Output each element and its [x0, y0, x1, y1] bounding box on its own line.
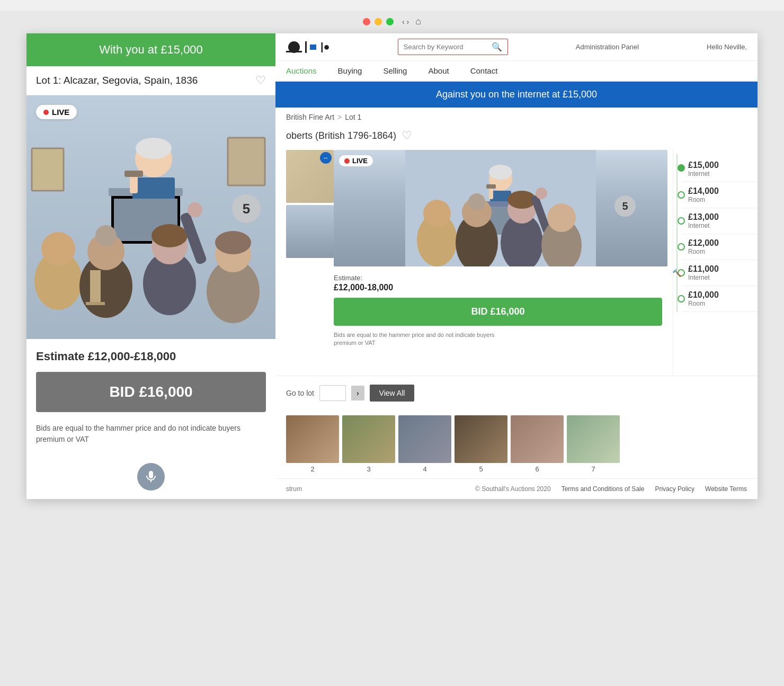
- bid-amount-5: £11,000: [688, 264, 751, 274]
- right-live-text: LIVE: [352, 157, 368, 165]
- view-all-button[interactable]: View All: [370, 385, 415, 402]
- svg-point-22: [215, 231, 251, 254]
- footer-left-text: strum: [286, 485, 302, 493]
- bid-type-5: Internet: [688, 274, 751, 281]
- hammer-icon: 🔨: [672, 269, 681, 277]
- left-image-area: LIVE 5: [26, 95, 275, 339]
- artwork-thumb-1[interactable]: ↔: [286, 150, 334, 203]
- right-paddle-number: 5: [614, 195, 636, 217]
- lot-nav-label: Go to lot: [286, 389, 314, 397]
- search-bar[interactable]: 🔍: [398, 39, 508, 55]
- strip-item-7[interactable]: 7: [567, 415, 620, 473]
- bid-item-2: £14,000 Room: [682, 182, 758, 208]
- strip-item-5[interactable]: 5: [455, 415, 507, 473]
- footer-terms-link[interactable]: Terms and Conditions of Sale: [562, 485, 645, 493]
- right-image-thumbs: ↔: [275, 150, 328, 376]
- footer-center: © Southall's Auctions 2020 Terms and Con…: [475, 485, 747, 493]
- back-icon[interactable]: ‹: [402, 17, 405, 26]
- nav-link-buying[interactable]: Buying: [338, 66, 362, 75]
- bid-dot-3: [678, 217, 685, 225]
- strip-item-6[interactable]: 6: [511, 415, 564, 473]
- right-main-content: ↔: [275, 150, 758, 376]
- strip-num-5: 5: [479, 465, 483, 473]
- bid-history-sidebar: £15,000 Internet £14,000 Room £13,00: [673, 150, 758, 376]
- auction-thumb-1[interactable]: [286, 205, 334, 258]
- admin-panel-link[interactable]: Administration Panel: [576, 43, 639, 51]
- right-panel: |● 🔍 Administration Panel Hello Neville,…: [275, 33, 758, 499]
- strip-num-2: 2: [310, 465, 314, 473]
- bid-info-area: Estimate: £12,000-18,000 BID £16,000 Bid…: [334, 266, 667, 348]
- minimize-dot[interactable]: [375, 18, 382, 25]
- home-icon[interactable]: ⌂: [415, 16, 421, 27]
- strip-thumb-6: [511, 415, 564, 463]
- breadcrumb-page[interactable]: Lot 1: [345, 113, 361, 121]
- svg-rect-23: [32, 148, 64, 191]
- strip-item-3[interactable]: 3: [342, 415, 395, 473]
- left-status-bar: With you at £15,000: [26, 33, 275, 66]
- strip-thumb-2: [286, 415, 339, 463]
- svg-point-36: [423, 200, 451, 227]
- bid-amount-1: £15,000: [688, 161, 751, 170]
- bid-dot-6: [678, 295, 685, 302]
- left-lot-title: Lot 1: Alcazar, Segovia, Spain, 1836 ♡: [26, 66, 275, 95]
- left-bid-button[interactable]: BID £16,000: [36, 372, 266, 412]
- strip-num-4: 4: [423, 465, 426, 473]
- strip-num-7: 7: [591, 465, 595, 473]
- bid-type-4: Room: [688, 248, 751, 255]
- bid-item-4: £12,000 Room: [682, 234, 758, 260]
- logo-line: [286, 51, 302, 52]
- svg-point-29: [489, 165, 512, 180]
- strip-thumb-5: [455, 415, 507, 463]
- thumbnail-strip: 2 3 4 5: [275, 410, 758, 478]
- left-disclaimer: Bids are equal to the hammer price and d…: [26, 416, 275, 455]
- lot-number-input[interactable]: [319, 385, 346, 401]
- nav-link-selling[interactable]: Selling: [383, 66, 407, 75]
- strip-item-4[interactable]: 4: [398, 415, 451, 473]
- breadcrumb: British Fine Art > Lot 1: [275, 108, 758, 127]
- svg-point-46: [547, 203, 576, 232]
- live-indicator: [43, 110, 49, 115]
- nav-link-auctions[interactable]: Auctions: [286, 66, 317, 75]
- search-icon[interactable]: 🔍: [492, 42, 502, 52]
- microphone-button[interactable]: [137, 463, 165, 491]
- favorite-icon[interactable]: ♡: [255, 74, 266, 87]
- footer-website-terms-link[interactable]: Website Terms: [705, 485, 747, 493]
- nav-link-contact[interactable]: Contact: [470, 66, 498, 75]
- artist-title: oberts (British 1796-1864) ♡: [275, 127, 758, 150]
- forward-icon[interactable]: ›: [407, 17, 409, 26]
- nav-links: Auctions Buying Selling About Contact: [275, 61, 758, 82]
- bid-amount-4: £12,000: [688, 238, 751, 248]
- search-input[interactable]: [404, 43, 488, 51]
- left-panel: With you at £15,000 Lot 1: Alcazar, Sego…: [26, 33, 275, 499]
- strip-thumb-4: [398, 415, 451, 463]
- microphone-icon: [145, 470, 157, 483]
- svg-point-17: [152, 224, 188, 247]
- bid-amount-6: £10,000: [688, 290, 751, 300]
- footer-copyright: © Southall's Auctions 2020: [475, 485, 551, 493]
- right-bid-button[interactable]: BID £16,000: [334, 298, 662, 326]
- logo-text: |●: [320, 41, 330, 53]
- expand-dot[interactable]: [386, 18, 394, 25]
- svg-rect-34: [486, 184, 496, 189]
- strip-item-2[interactable]: 2: [286, 415, 339, 473]
- bid-dot-4: [678, 243, 685, 251]
- video-feed: LIVE 5: [334, 150, 667, 266]
- bid-history-inner: £15,000 Internet £14,000 Room £13,00: [673, 154, 758, 312]
- lot-go-button[interactable]: ›: [351, 386, 364, 400]
- right-status-bar: Against you on the internet at £15,000: [275, 82, 758, 108]
- breadcrumb-separator: >: [337, 113, 342, 121]
- left-bottom: [26, 455, 275, 499]
- nav-arrows[interactable]: ‹ ›: [402, 17, 409, 26]
- right-favorite-icon[interactable]: ♡: [402, 129, 412, 142]
- logo-vert-line: [305, 41, 307, 53]
- footer-privacy-link[interactable]: Privacy Policy: [655, 485, 694, 493]
- svg-point-19: [188, 202, 202, 217]
- close-dot[interactable]: [363, 18, 370, 25]
- breadcrumb-section[interactable]: British Fine Art: [286, 113, 334, 121]
- logo-area: |●: [286, 41, 330, 53]
- bid-item-3: £13,000 Internet: [682, 208, 758, 234]
- right-estimate-value: £12,000-18,000: [334, 283, 662, 292]
- svg-rect-9: [124, 171, 143, 177]
- nav-link-about[interactable]: About: [428, 66, 449, 75]
- bid-amount-2: £14,000: [688, 186, 751, 196]
